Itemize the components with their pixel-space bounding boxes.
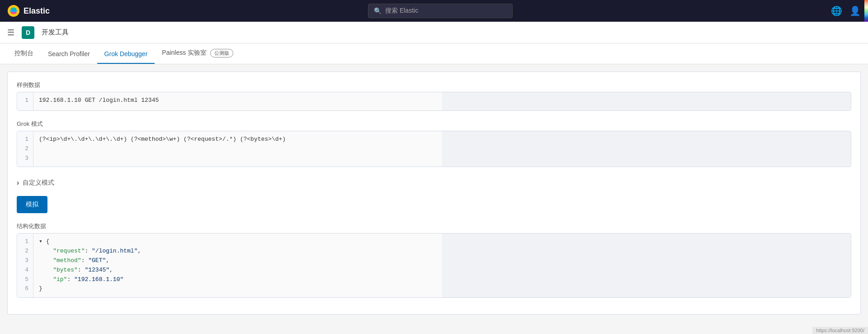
user-icon[interactable]: 👤 bbox=[849, 5, 861, 16]
custom-pattern-row[interactable]: › 自定义模式 bbox=[17, 174, 851, 191]
logo-text: Elastic bbox=[24, 6, 50, 16]
structured-data-label: 结构化数据 bbox=[17, 222, 851, 230]
tab-search-profiler[interactable]: Search Profiler bbox=[41, 45, 97, 64]
main-content: 样例数据 1 192.168.1.10 GET /login.html 1234… bbox=[0, 64, 868, 334]
grok-pattern-editor[interactable]: 123 (?<ip>\d+\.\d+\.\d+\.\d+) (?<method>… bbox=[17, 131, 851, 167]
search-icon: 🔍 bbox=[374, 7, 382, 14]
json-line-6: } bbox=[39, 284, 437, 294]
sample-data-label: 样例数据 bbox=[17, 81, 851, 89]
sample-data-content[interactable]: 192.168.1.10 GET /login.html 12345 bbox=[33, 92, 442, 110]
content-card: 样例数据 1 192.168.1.10 GET /login.html 1234… bbox=[7, 72, 861, 315]
sample-data-right-panel bbox=[442, 92, 851, 110]
chevron-right-icon: › bbox=[17, 179, 19, 187]
grok-pattern-label: Grok 模式 bbox=[17, 120, 851, 128]
sample-data-editor[interactable]: 1 192.168.1.10 GET /login.html 12345 bbox=[17, 92, 851, 111]
tab-console[interactable]: 控制台 bbox=[7, 44, 41, 64]
beta-badge: 公测版 bbox=[210, 49, 233, 57]
tabs-navigation: 控制台 Search Profiler Grok Debugger Painle… bbox=[0, 43, 868, 64]
grok-line-numbers: 123 bbox=[17, 131, 33, 167]
grok-pattern-right-panel bbox=[442, 131, 851, 167]
structured-data-right-panel bbox=[442, 234, 851, 297]
nav-left: Elastic bbox=[7, 5, 50, 17]
search-placeholder: 搜索 Elastic bbox=[385, 7, 418, 15]
status-bar: https://localhost:9200/ bbox=[812, 327, 868, 334]
grok-pattern-content[interactable]: (?<ip>\d+\.\d+\.\d+\.\d+) (?<method>\w+)… bbox=[33, 131, 442, 167]
json-line-1: ▾ { bbox=[39, 237, 437, 247]
color-bar bbox=[864, 0, 868, 22]
status-url: https://localhost:9200/ bbox=[816, 328, 864, 333]
tab-painless-lab[interactable]: Painless 实验室 公测版 bbox=[155, 43, 241, 64]
svg-point-3 bbox=[10, 10, 18, 12]
tab-grok-debugger[interactable]: Grok Debugger bbox=[97, 45, 155, 64]
json-line-4: "bytes": "12345", bbox=[39, 266, 437, 275]
help-icon[interactable]: 🌐 bbox=[831, 5, 842, 16]
structured-data-content: ▾ { "request": "/login.html", "method": … bbox=[33, 234, 442, 297]
top-navigation: Elastic 🔍 搜索 Elastic 🌐 👤 bbox=[0, 0, 868, 22]
structured-data-editor: 123456 ▾ { "request": "/login.html", "me… bbox=[17, 233, 851, 298]
structured-data-line-numbers: 123456 bbox=[17, 234, 33, 297]
hamburger-menu[interactable]: ☰ bbox=[7, 28, 14, 38]
second-navigation: ☰ D 开发工具 bbox=[0, 22, 868, 43]
workspace-name: 开发工具 bbox=[42, 28, 69, 37]
sample-data-line-numbers: 1 bbox=[17, 92, 33, 110]
json-line-2: "request": "/login.html", bbox=[39, 247, 437, 256]
elastic-logo[interactable]: Elastic bbox=[7, 5, 50, 17]
custom-pattern-label: 自定义模式 bbox=[23, 179, 54, 187]
global-search[interactable]: 🔍 搜索 Elastic bbox=[368, 4, 513, 18]
json-line-3: "method": "GET", bbox=[39, 256, 437, 266]
workspace-badge: D bbox=[22, 26, 34, 39]
nav-right: 🌐 👤 bbox=[831, 5, 861, 16]
simulate-button[interactable]: 模拟 bbox=[17, 196, 47, 213]
json-line-5: "ip": "192.168.1.10" bbox=[39, 275, 437, 285]
